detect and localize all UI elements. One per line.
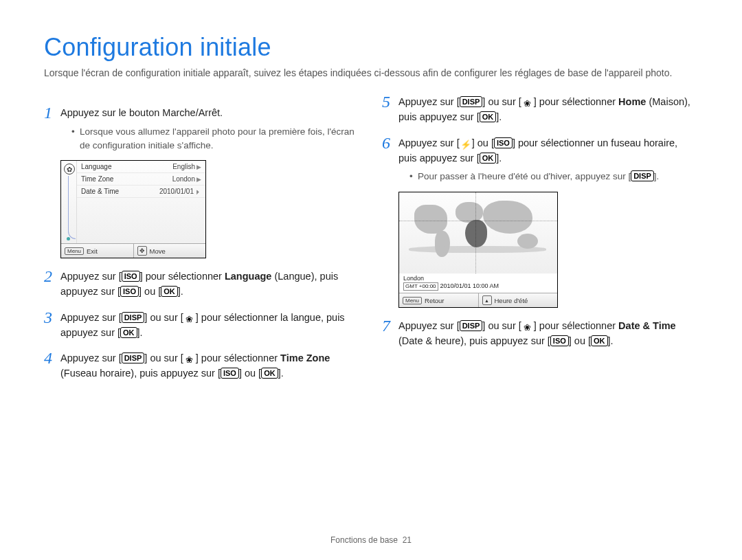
macro-down-icon: ❀: [521, 323, 534, 333]
crosshair-vertical: [475, 192, 476, 273]
footer-right-text: Move: [150, 247, 166, 255]
footer-right-text: Heure d'été: [495, 297, 528, 304]
footer-left-text: Exit: [87, 247, 98, 255]
ok-button-icon: OK: [120, 327, 137, 338]
list-item: Date & Time 2010/01/01⏵: [77, 186, 205, 198]
disp-button-icon: DISP: [460, 96, 483, 107]
iso-button-icon: ISO: [494, 137, 513, 148]
disp-button-icon: DISP: [122, 312, 145, 323]
step-number: 3: [44, 309, 60, 326]
menu-label: Menu: [403, 297, 422, 304]
step-number: 2: [44, 268, 60, 284]
menu-label: Menu: [65, 247, 84, 255]
macro-down-icon: ❀: [183, 355, 196, 365]
step-1-sub: Lorsque vous allumez l'appareil photo po…: [71, 125, 360, 152]
screen-sidebar: ✿: [61, 161, 77, 243]
chevron-right-icon: ▶: [196, 176, 201, 183]
iso-button-icon: ISO: [221, 368, 239, 379]
list-item: Time Zone London▶: [77, 173, 205, 186]
selected-region: [465, 220, 487, 247]
right-column: 5 Appuyez sur [DISP] ou sur [❀] pour sél…: [382, 95, 698, 383]
iso-button-icon: ISO: [120, 286, 139, 297]
footer-right: Heure d'été: [478, 293, 558, 307]
row-value: English: [172, 163, 195, 170]
world-map: [399, 192, 557, 273]
flash-left-icon: ⚡: [460, 140, 472, 150]
step-text: Appuyez sur [DISP] ou sur [❀] pour sélec…: [398, 319, 698, 349]
row-label: Language: [81, 163, 112, 170]
page-title: Configuration initiale: [44, 33, 698, 62]
step-number: 1: [44, 104, 60, 121]
step-number: 6: [382, 135, 398, 151]
step-1: 1 Appuyez sur le bouton Marche/Arrêt.: [44, 106, 360, 121]
macro-down-icon: ❀: [183, 315, 196, 324]
intro-text: Lorsque l'écran de configuration initial…: [44, 66, 698, 80]
city-label: London: [403, 275, 553, 282]
chevron-right-icon: ▶: [196, 164, 201, 170]
settings-screen: ✿ Language English▶ Time Zone London▶ Da…: [60, 160, 206, 258]
ok-button-icon: OK: [480, 111, 497, 122]
page-footer: Fonctions de base 21: [0, 535, 742, 545]
macro-down-icon: ❀: [521, 99, 534, 109]
step-text: Appuyez sur le bouton Marche/Arrêt.: [60, 106, 360, 121]
step-number: 4: [44, 350, 60, 366]
step-2: 2 Appuyez sur [ISO] pour sélectionner La…: [44, 269, 360, 300]
datetime-label: 2010/01/01 10:00 AM: [440, 282, 499, 289]
step-3: 3 Appuyez sur [DISP] ou sur [❀] pour sél…: [44, 311, 360, 341]
step-7: 7 Appuyez sur [DISP] ou sur [❀] pour sél…: [382, 319, 698, 349]
disp-button-icon: DISP: [631, 170, 654, 181]
step-text: Appuyez sur [DISP] ou sur [❀] pour sélec…: [60, 351, 360, 381]
footer-left: Menu Retour: [399, 293, 478, 307]
iso-button-icon: ISO: [550, 335, 569, 346]
disp-button-icon: DISP: [460, 320, 483, 331]
step-6: 6 Appuyez sur [⚡] ou [ISO] pour sélectio…: [382, 136, 698, 166]
list-item: Language English▶: [77, 161, 205, 173]
crosshair-horizontal: [399, 221, 557, 221]
disp-button-icon: DISP: [122, 352, 145, 363]
decorative-curve: [68, 176, 76, 239]
settings-list: Language English▶ Time Zone London▶ Date…: [77, 161, 205, 243]
step-text: Appuyez sur [DISP] ou sur [❀] pour sélec…: [398, 95, 698, 125]
footer-section: Fonctions de base: [330, 535, 398, 545]
step-text: Appuyez sur [⚡] ou [ISO] pour sélectionn…: [398, 136, 698, 166]
ok-button-icon: OK: [591, 335, 608, 346]
footer-page-number: 21: [403, 535, 412, 545]
gmt-box: GMT +00:00: [403, 282, 438, 291]
row-value: 2010/01/01: [159, 188, 194, 195]
dpad-icon: [137, 246, 147, 256]
row-label: Time Zone: [81, 175, 113, 183]
footer-left-text: Retour: [425, 297, 445, 304]
gear-icon: ✿: [64, 164, 75, 175]
step-4: 4 Appuyez sur [DISP] ou sur [❀] pour sél…: [44, 351, 360, 381]
ok-button-icon: OK: [480, 153, 497, 164]
step-5: 5 Appuyez sur [DISP] ou sur [❀] pour sél…: [382, 95, 698, 125]
timezone-screen: London GMT +00:002010/01/01 10:00 AM Men…: [398, 192, 558, 308]
iso-button-icon: ISO: [122, 271, 140, 282]
step-6-sub: Pour passer à l'heure d'été ou d'hiver, …: [409, 170, 698, 183]
ok-button-icon: OK: [161, 286, 178, 297]
step-number: 5: [382, 93, 398, 110]
footer-left: Menu Exit: [61, 244, 133, 258]
row-label: Date & Time: [81, 188, 119, 195]
up-icon: [482, 295, 492, 305]
row-value: London: [172, 175, 195, 183]
chevron-double-right-icon: ⏵: [195, 188, 201, 195]
footer-right: Move: [133, 244, 206, 258]
step-text: Appuyez sur [ISO] pour sélectionner Lang…: [60, 269, 360, 300]
timezone-info: London GMT +00:002010/01/01 10:00 AM: [399, 273, 557, 293]
step-number: 7: [382, 317, 398, 334]
step-text: Appuyez sur [DISP] ou sur [❀] pour sélec…: [60, 311, 360, 341]
left-column: 1 Appuyez sur le bouton Marche/Arrêt. Lo…: [44, 95, 360, 383]
ok-button-icon: OK: [261, 368, 278, 379]
